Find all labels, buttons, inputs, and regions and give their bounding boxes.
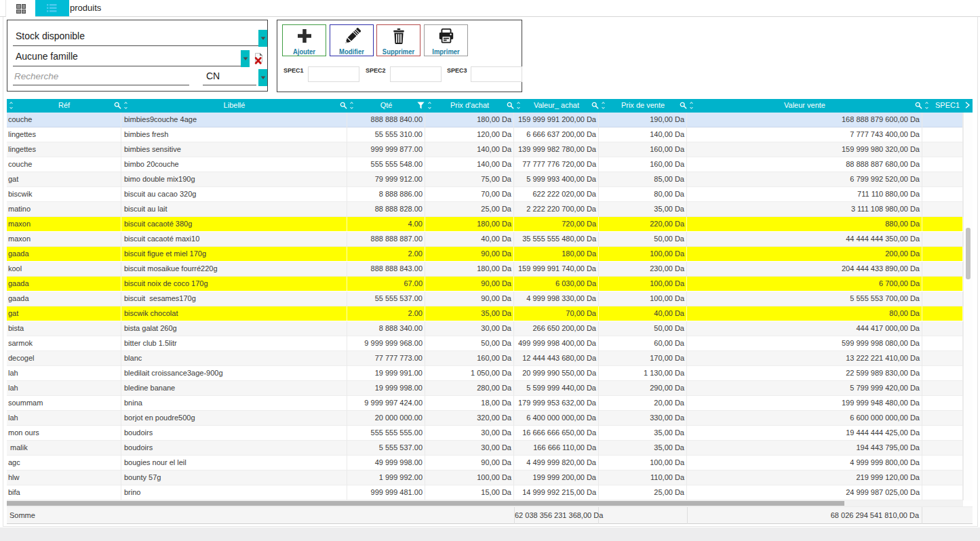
horizontal-scrollbar[interactable] [7,500,963,506]
cell-qte[interactable]: 88 888 828.00 [347,202,425,217]
cell-qte[interactable]: 888 888 840.00 [347,113,425,127]
cell-spec1[interactable] [922,411,963,426]
cell-prix_vente[interactable]: 100,00 Da [599,277,687,292]
cell-libelle[interactable]: blanc [121,351,347,366]
cell-prix_achat[interactable]: 25,00 Da [425,202,514,217]
cell-valeur_vente[interactable]: 4 999 999 800,00 Da [687,456,922,470]
cell-ref[interactable]: lah [7,411,121,426]
cell-valeur_vente[interactable]: 200,00 Da [687,247,922,262]
cell-prix_vente[interactable]: 60,00 Da [599,336,687,351]
cell-prix_vente[interactable]: 35,00 Da [599,426,687,441]
cell-libelle[interactable]: biscuit au cacao 320g [121,187,347,202]
cell-valeur_vente[interactable]: 13 222 221 410,00 Da [687,351,922,366]
supprimer-button[interactable]: Supprimer [376,24,420,56]
grid-row-3[interactable]: lingettesbimbies sensitive999 999 877.00… [7,142,963,157]
cell-libelle[interactable]: bimbies fresh [121,127,347,142]
cell-qte[interactable]: 67.00 [347,277,425,292]
cell-prix_vente[interactable]: 40,00 Da [599,306,687,321]
cell-valeur_achat[interactable]: 5 599 999 440,00 Da [514,381,599,396]
spec2-input[interactable] [390,66,442,82]
cell-prix_achat[interactable]: 75,00 Da [425,172,514,187]
cell-valeur_achat[interactable]: 35 555 555 480,00 Da [514,232,599,247]
cell-prix_achat[interactable]: 1 050,00 Da [425,366,514,381]
grid-row-21[interactable]: lahborjot en poudre500g20 000 000.00320,… [7,411,963,426]
grid-row-24[interactable]: agcbougies nour el leil49 999 998.0090,0… [7,456,963,470]
cell-prix_achat[interactable]: 30,00 Da [425,426,514,441]
cell-prix_achat[interactable]: 160,00 Da [425,351,514,366]
cell-prix_vente[interactable]: 85,00 Da [599,172,687,187]
cell-prix_vente[interactable]: 220,00 Da [599,217,687,232]
cell-prix_vente[interactable]: 290,00 Da [599,381,687,396]
column-header-libelle[interactable]: Libellé [121,99,347,113]
cell-libelle[interactable]: bimbies9couche 4age [121,113,347,127]
scroll-columns-right-icon[interactable] [965,102,970,108]
cell-prix_vente[interactable]: 20,00 Da [599,396,687,411]
cell-qte[interactable]: 1 999 992.00 [347,470,425,485]
grid-row-6[interactable]: biscwikbiscuit au cacao 320g8 888 886.00… [7,187,963,202]
cell-valeur_achat[interactable]: 6 030,00 Da [514,277,599,292]
grid-row-8[interactable]: maxonbiscuit cacaoté 380g4.00180,00 Da72… [7,217,963,232]
cell-spec1[interactable] [922,292,963,306]
grid-row-20[interactable]: soummambnina9 999 997 424.0018,00 Da179 … [7,396,963,411]
cell-valeur_vente[interactable]: 3 111 108 980,00 Da [687,202,922,217]
modifier-button[interactable]: Modifier [330,24,374,56]
cell-prix_achat[interactable]: 90,00 Da [425,247,514,262]
cell-prix_vente[interactable]: 160,00 Da [599,142,687,157]
cell-libelle[interactable]: bledine banane [121,381,347,396]
cell-prix_vente[interactable]: 100,00 Da [599,292,687,306]
cell-valeur_vente[interactable]: 24 999 987 025,00 Da [687,485,922,500]
spec3-input[interactable] [471,66,522,82]
cell-prix_achat[interactable]: 90,00 Da [425,277,514,292]
column-search-icon[interactable] [915,102,922,109]
cell-ref[interactable]: lingettes [7,142,121,157]
cell-prix_achat[interactable]: 50,00 Da [425,336,514,351]
cell-valeur_vente[interactable]: 711 110 880,00 Da [687,187,922,202]
grid-row-12[interactable]: gaadabiscuit noix de coco 170g67.0090,00… [7,277,963,292]
cell-ref[interactable]: gat [7,306,121,321]
cell-libelle[interactable]: boudoirs [121,441,347,456]
cell-qte[interactable]: 5 555 537.00 [347,441,425,456]
cell-prix_vente[interactable]: 110,00 Da [599,470,687,485]
cell-spec1[interactable] [922,127,963,142]
cell-valeur_vente[interactable]: 80,00 Da [687,306,922,321]
cell-spec1[interactable] [922,351,963,366]
cell-prix_achat[interactable]: 280,00 Da [425,381,514,396]
cell-qte[interactable]: 4.00 [347,217,425,232]
cell-valeur_achat[interactable]: 77 777 776 720,00 Da [514,157,599,172]
cell-ref[interactable]: decogel [7,351,121,366]
cell-prix_achat[interactable]: 35,00 Da [425,306,514,321]
cell-spec1[interactable] [922,321,963,336]
column-header-valeur_achat[interactable]: Valeur_ achat [514,99,599,113]
cell-spec1[interactable] [922,262,963,277]
cell-valeur_achat[interactable]: 266 650 200,00 Da [514,321,599,336]
cell-valeur_achat[interactable]: 12 444 443 680,00 Da [514,351,599,366]
cell-prix_achat[interactable]: 30,00 Da [425,321,514,336]
cell-spec1[interactable] [922,217,963,232]
grid-row-26[interactable]: bifabrino999 999 481.0015,00 Da14 999 99… [7,485,963,500]
cell-prix_achat[interactable]: 180,00 Da [425,262,514,277]
cell-valeur_vente[interactable]: 880,00 Da [687,217,922,232]
cell-libelle[interactable]: bledilait croissance3age-900g [121,366,347,381]
cell-spec1[interactable] [922,187,963,202]
cell-spec1[interactable] [922,142,963,157]
cell-prix_vente[interactable]: 230,00 Da [599,262,687,277]
cell-qte[interactable]: 20 000 000.00 [347,411,425,426]
cell-prix_achat[interactable]: 30,00 Da [425,441,514,456]
cell-spec1[interactable] [922,202,963,217]
cell-prix_achat[interactable]: 90,00 Da [425,292,514,306]
cell-prix_vente[interactable]: 330,00 Da [599,411,687,426]
grid-row-11[interactable]: koolbiscuit mosaikue fourré220g888 888 8… [7,262,963,277]
cell-spec1[interactable] [922,306,963,321]
cell-valeur_achat[interactable]: 720,00 Da [514,217,599,232]
column-search-icon[interactable] [114,102,121,109]
cell-ref[interactable]: soummam [7,396,121,411]
cell-spec1[interactable] [922,113,963,127]
cell-ref[interactable]: maxon [7,232,121,247]
cell-valeur_achat[interactable]: 20 999 990 550,00 Da [514,366,599,381]
cell-prix_vente[interactable]: 140,00 Da [599,127,687,142]
cell-ref[interactable]: maxon [7,217,121,232]
cell-spec1[interactable] [922,247,963,262]
cell-spec1[interactable] [922,277,963,292]
cell-prix_achat[interactable]: 180,00 Da [425,113,514,127]
cell-valeur_achat[interactable]: 622 222 020,00 Da [514,187,599,202]
